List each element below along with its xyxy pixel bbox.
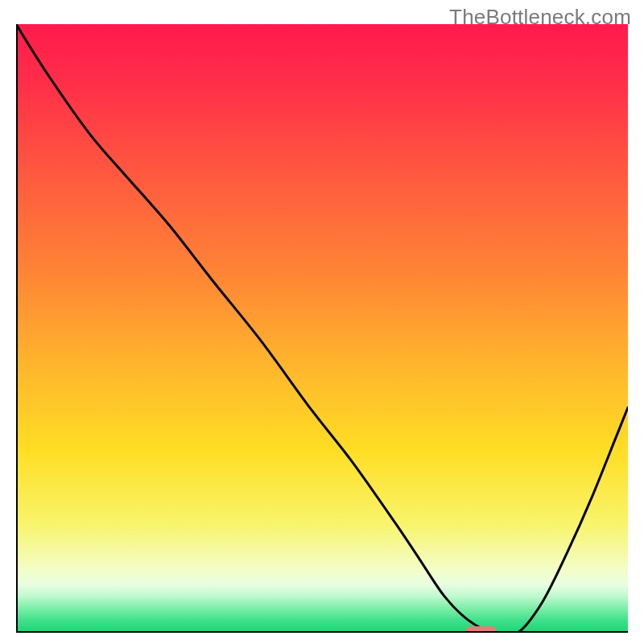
- x-axis-line: [16, 631, 628, 633]
- bottleneck-curve: [16, 24, 628, 633]
- y-axis-line: [16, 24, 18, 633]
- plot-area: [16, 24, 628, 633]
- chart-wrapper: TheBottleneck.com: [0, 0, 644, 644]
- curve-svg: [16, 24, 628, 633]
